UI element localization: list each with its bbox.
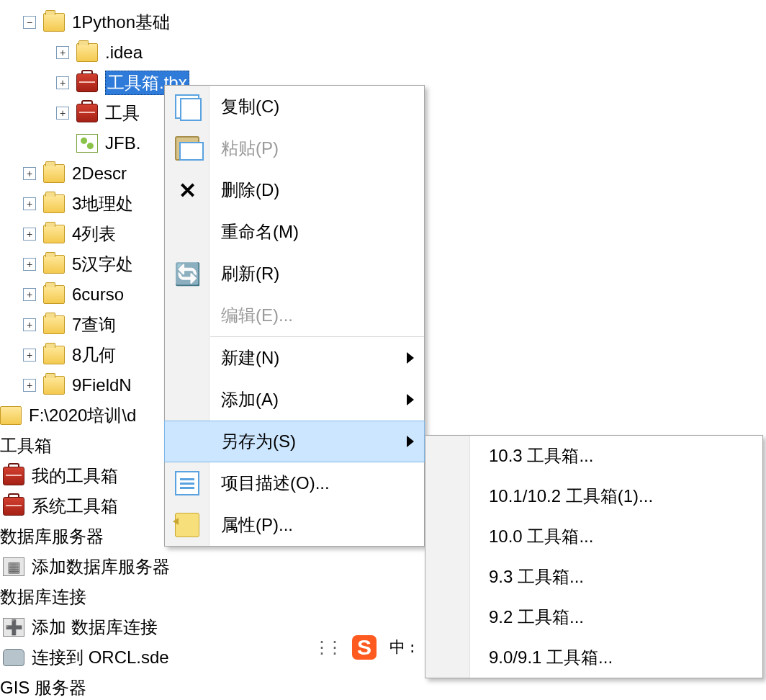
menu-label: 10.0 工具箱... xyxy=(489,525,593,548)
menu-label: 粘贴(P) xyxy=(221,137,279,160)
folder-icon xyxy=(43,13,65,32)
menu-label: 新建(N) xyxy=(221,346,279,369)
menu-description[interactable]: 项目描述(O)... xyxy=(165,462,424,504)
menu-label: 属性(P)... xyxy=(221,513,293,537)
menu-label: 刷新(R) xyxy=(221,262,279,285)
tree-label: 4列表 xyxy=(72,223,116,246)
tree-label: 我的工具箱 xyxy=(32,465,118,488)
tree-label: 2Descr xyxy=(72,163,127,184)
expand-icon[interactable] xyxy=(23,318,36,331)
menu-label: 编辑(E)... xyxy=(221,304,293,327)
spacer xyxy=(56,137,69,150)
copy-icon xyxy=(175,94,199,119)
tree-label: 数据库连接 xyxy=(0,585,86,609)
tree-label: 8几何 xyxy=(72,344,116,367)
submenu-item[interactable]: 10.1/10.2 工具箱(1)... xyxy=(425,476,762,516)
submenu-item[interactable]: 10.3 工具箱... xyxy=(425,436,762,476)
menu-edit: 编辑(E)... xyxy=(165,295,424,336)
model-icon xyxy=(76,134,98,153)
properties-icon xyxy=(175,513,199,537)
refresh-icon: 🔄 xyxy=(175,261,199,286)
folder-icon xyxy=(43,346,65,364)
submenu-arrow-icon xyxy=(407,436,414,447)
tree-label: 5汉字处 xyxy=(72,253,133,276)
tree-label: 系统工具箱 xyxy=(32,495,118,518)
menu-new[interactable]: 新建(N) xyxy=(165,337,424,379)
menu-label: 重命名(M) xyxy=(221,220,299,243)
tree-label: 3地理处 xyxy=(72,192,133,215)
expand-icon[interactable] xyxy=(23,167,36,180)
folder-icon xyxy=(43,315,65,334)
menu-refresh[interactable]: 🔄 刷新(R) xyxy=(165,253,424,295)
sogou-ime-icon[interactable]: S xyxy=(352,635,377,660)
submenu-arrow-icon xyxy=(407,394,414,405)
folder-icon xyxy=(43,164,65,183)
toolbox-icon xyxy=(76,73,98,92)
tree-label: 工具 xyxy=(105,102,140,125)
ime-toolbar[interactable]: ⋮⋮ S 中 ꞉ xyxy=(313,635,415,660)
menu-delete[interactable]: ✕ 删除(D) xyxy=(165,169,424,211)
tree-label: 9FieldN xyxy=(72,375,132,395)
delete-icon: ✕ xyxy=(175,178,199,202)
menu-label: 9.2 工具箱... xyxy=(489,606,584,629)
expand-icon[interactable] xyxy=(23,349,36,362)
folder-icon xyxy=(43,194,65,213)
drag-handle-icon[interactable]: ⋮⋮ xyxy=(313,637,339,658)
tree-label: 添加 数据库连接 xyxy=(32,616,158,639)
folder-icon xyxy=(43,225,65,243)
expand-icon[interactable] xyxy=(23,288,36,301)
toolbox-icon xyxy=(76,104,98,122)
submenu-item[interactable]: 9.0/9.1 工具箱... xyxy=(425,637,762,678)
menu-properties[interactable]: 属性(P)... xyxy=(165,504,424,546)
folder-icon xyxy=(43,285,65,304)
tree-label: 7查询 xyxy=(72,313,116,336)
folder-icon xyxy=(0,406,22,425)
document-icon xyxy=(175,471,199,495)
menu-label: 10.1/10.2 工具箱(1)... xyxy=(489,485,653,508)
menu-label: 另存为(S) xyxy=(221,430,296,453)
tree-label: GIS 服务器 xyxy=(0,676,86,699)
tree-label: 添加数据库服务器 xyxy=(32,555,170,578)
menu-copy[interactable]: 复制(C) xyxy=(165,86,424,127)
tree-label: 工具箱 xyxy=(0,434,52,457)
tree-label: F:\2020培训\d xyxy=(29,404,136,427)
expand-icon[interactable] xyxy=(23,379,36,392)
menu-rename[interactable]: 重命名(M) xyxy=(165,211,424,253)
menu-label: 删除(D) xyxy=(221,179,279,202)
tree-item[interactable]: .idea xyxy=(0,37,766,68)
expand-icon[interactable] xyxy=(23,228,36,241)
expand-icon[interactable] xyxy=(56,76,69,89)
menu-label: 9.3 工具箱... xyxy=(489,565,584,588)
menu-paste: 粘贴(P) xyxy=(165,127,424,169)
ime-mode[interactable]: 中 ꞉ xyxy=(389,643,415,652)
expand-icon[interactable] xyxy=(56,46,69,59)
tree-item-root[interactable]: 1Python基础 xyxy=(0,7,766,37)
expand-icon[interactable] xyxy=(23,258,36,271)
menu-label: 项目描述(O)... xyxy=(221,472,330,495)
folder-icon xyxy=(43,255,65,274)
add-server-icon: ▦ xyxy=(3,557,24,576)
tree-label: 连接到 ORCL.sde xyxy=(32,646,169,669)
add-connection-icon: ➕ xyxy=(3,618,24,637)
submenu-item[interactable]: 10.0 工具箱... xyxy=(425,516,762,557)
tree-label: 数据库服务器 xyxy=(0,525,104,548)
submenu-item[interactable]: 9.2 工具箱... xyxy=(425,597,762,637)
submenu-item[interactable]: 9.3 工具箱... xyxy=(425,557,762,597)
menu-label: 10.3 工具箱... xyxy=(489,444,593,467)
folder-icon xyxy=(43,376,65,395)
toolbox-icon xyxy=(3,467,24,485)
tree-label: 6curso xyxy=(72,284,124,305)
tree-label: JFB. xyxy=(105,133,140,153)
submenu-arrow-icon xyxy=(407,352,414,364)
expand-icon[interactable] xyxy=(56,107,69,120)
tree-label: 1Python基础 xyxy=(72,11,170,34)
menu-add[interactable]: 添加(A) xyxy=(165,379,424,421)
menu-save-as[interactable]: 另存为(S) xyxy=(164,421,425,462)
paste-icon xyxy=(175,136,199,161)
toolbox-icon xyxy=(3,497,24,516)
menu-label: 复制(C) xyxy=(221,95,279,118)
tree-label: .idea xyxy=(105,42,143,63)
collapse-icon[interactable] xyxy=(23,16,36,29)
submenu-save-as: 10.3 工具箱... 10.1/10.2 工具箱(1)... 10.0 工具箱… xyxy=(425,435,763,678)
expand-icon[interactable] xyxy=(23,197,36,210)
